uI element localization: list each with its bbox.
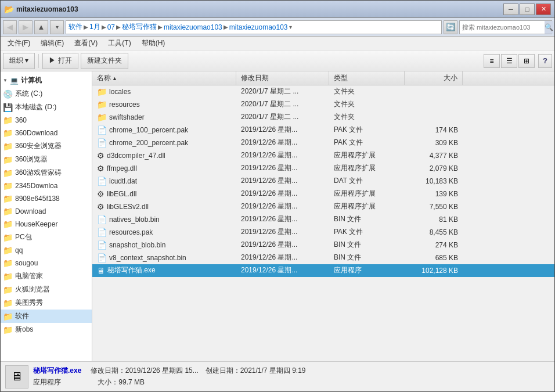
sidebar-item-local-d[interactable]: 💾 本地磁盘 (D:) (1, 100, 92, 114)
sidebar-item-sougou[interactable]: 📁 sougou (1, 257, 92, 269)
view-toggle-button[interactable]: ≡ (484, 54, 500, 68)
status-size: 大小：99.7 MB (63, 378, 145, 386)
file-date-cell: 2020/1/7 星期二 ... (236, 98, 329, 110)
maximize-button[interactable]: □ (520, 3, 535, 15)
sidebar-item-label: PC包 (15, 232, 32, 242)
status-text: 秘塔写作猫.exe 修改日期：2019/12/26 星期四 15... 创建日期… (33, 365, 550, 387)
breadcrumb-item[interactable]: 07 (107, 23, 115, 31)
table-row[interactable]: 📁 locales 2020/1/7 星期二 ... 文件夹 (92, 85, 554, 98)
table-row[interactable]: 📁 swiftshader 2020/1/7 星期二 ... 文件夹 (92, 111, 554, 124)
menu-view[interactable]: 查看(V) (70, 37, 102, 49)
table-row[interactable]: 📄 chrome_200_percent.pak 2019/12/26 星期..… (92, 136, 554, 149)
menu-file[interactable]: 文件(F) (3, 37, 35, 49)
col-header-size[interactable]: 大小 (405, 71, 463, 85)
view-list-button[interactable]: ☰ (501, 54, 517, 68)
col-header-date[interactable]: 修改日期 (236, 71, 329, 85)
address-bar-area: ◀ ▶ ▲ ▾ 软件 ▶ 1月 ▶ 07 ▶ 秘塔写作猫 ▶ mitaxiezu… (1, 18, 554, 37)
computer-icon: 💻 (10, 77, 19, 85)
breadcrumb-item[interactable]: 1月 (89, 22, 100, 32)
sidebar-item-2345[interactable]: 📁 2345Downloa (1, 179, 92, 192)
sidebar-item-pc-mgr[interactable]: 📁 电脑管家 (1, 269, 92, 283)
sidebar-item-label: 360Download (15, 129, 57, 137)
sidebar-item-system-c[interactable]: 💿 系统 (C:) (1, 87, 92, 100)
file-size-cell (405, 85, 463, 98)
file-type-cell: PAK 文件 (329, 226, 405, 238)
up-button[interactable]: ▲ (34, 20, 48, 34)
table-row[interactable]: 📄 snapshot_blob.bin 2019/12/26 星期... BIN… (92, 239, 554, 251)
sidebar-item-label: 美图秀秀 (15, 298, 43, 308)
sidebar-item-label: 系统 (C:) (15, 89, 42, 99)
breadcrumb-item[interactable]: mitaxiezuomao103 (164, 23, 222, 31)
breadcrumb-bar[interactable]: 软件 ▶ 1月 ▶ 07 ▶ 秘塔写作猫 ▶ mitaxiezuomao103 … (66, 20, 442, 34)
table-row[interactable]: 📄 chrome_100_percent.pak 2019/12/26 星期..… (92, 124, 554, 136)
breadcrumb-item[interactable]: 软件 (69, 22, 82, 32)
table-row[interactable]: ⚙ d3dcompiler_47.dll 2019/12/26 星期... 应用… (92, 149, 554, 162)
file-date-cell: 2019/12/26 星期... (236, 226, 329, 238)
file-name-cell: ⚙ d3dcompiler_47.dll (92, 149, 236, 161)
menu-help[interactable]: 帮助(H) (137, 37, 170, 49)
close-button[interactable]: ✕ (536, 3, 551, 15)
file-type-cell: 应用程序扩展 (329, 149, 405, 161)
title-bar-controls: ─ □ ✕ (503, 3, 551, 15)
file-date-cell: 2019/12/26 星期... (236, 124, 329, 136)
sidebar-item-8908e[interactable]: 📁 8908e645f138 (1, 192, 92, 205)
breadcrumb-item[interactable]: mitaxiezuomao103 (229, 23, 288, 31)
help-button[interactable]: ? (538, 54, 552, 68)
table-row[interactable]: 📄 v8_context_snapshot.bin 2019/12/26 星期.… (92, 251, 554, 264)
folder-icon: 📁 (3, 233, 13, 242)
table-row[interactable]: ⚙ libGLESv2.dll 2019/12/26 星期... 应用程序扩展 … (92, 200, 554, 213)
open-button[interactable]: ▶ 打开 (42, 53, 78, 69)
breadcrumb-item[interactable]: 秘塔写作猫 (122, 22, 157, 32)
table-row[interactable]: ⚙ libEGL.dll 2019/12/26 星期... 应用程序扩展 139… (92, 188, 554, 200)
back-button[interactable]: ◀ (3, 20, 17, 34)
folder-icon: 📁 (3, 220, 13, 229)
file-type-cell: BIN 文件 (329, 213, 405, 225)
file-icon: 📄 (97, 228, 107, 237)
sidebar-item-download[interactable]: 📁 Download (1, 205, 92, 218)
refresh-button[interactable]: 🔄 (444, 20, 457, 34)
sidebar-item-qq[interactable]: 📁 qq (1, 244, 92, 257)
column-header: 名称 ▲ 修改日期 类型 大小 (92, 71, 554, 85)
sidebar-item-360game[interactable]: 📁 360游戏管家碍 (1, 166, 92, 179)
new-folder-button[interactable]: 新建文件夹 (81, 53, 128, 69)
file-size-cell: 139 KB (405, 188, 463, 200)
open-label: ▶ 打开 (49, 56, 71, 66)
sidebar-item-newobs[interactable]: 📁 新obs (1, 323, 92, 336)
sidebar-item-pc-bag[interactable]: 📁 PC包 (1, 231, 92, 244)
sidebar-item-firefox[interactable]: 📁 火狐浏览器 (1, 283, 92, 296)
table-row[interactable]: ⚙ ffmpeg.dll 2019/12/26 星期... 应用程序扩展 2,0… (92, 162, 554, 175)
sidebar-item-360safe[interactable]: 📁 360安全浏览器 (1, 139, 92, 153)
table-row[interactable]: 🖥 秘塔写作猫.exe 2019/12/26 星期... 应用程序 102,12… (92, 264, 554, 277)
sidebar-section-header[interactable]: ▼ 💻 计算机 (1, 74, 92, 87)
sidebar-item-label: 新obs (15, 325, 33, 335)
minimize-button[interactable]: ─ (503, 3, 518, 15)
folder-icon: 📁 (3, 194, 13, 203)
sidebar-item-software[interactable]: 📁 软件 (1, 310, 92, 323)
table-row[interactable]: 📄 natives_blob.bin 2019/12/26 星期... BIN … (92, 213, 554, 226)
table-row[interactable]: 📁 resources 2020/1/7 星期二 ... 文件夹 (92, 98, 554, 111)
sidebar-item-label: 本地磁盘 (D:) (15, 102, 56, 112)
menu-edit[interactable]: 编辑(E) (36, 37, 69, 49)
recent-button[interactable]: ▾ (50, 20, 64, 34)
table-row[interactable]: 📄 icudtl.dat 2019/12/26 星期... DAT 文件 10,… (92, 175, 554, 188)
file-icon: ⚙ (97, 189, 104, 199)
file-size-cell (405, 111, 463, 123)
forward-button[interactable]: ▶ (19, 20, 33, 34)
menu-tools[interactable]: 工具(T) (103, 37, 135, 49)
sidebar-item-meitu[interactable]: 📁 美图秀秀 (1, 296, 92, 310)
organize-button[interactable]: 组织 ▾ (3, 53, 35, 69)
folder-icon: 📁 (3, 272, 13, 281)
file-icon: ⚙ (97, 151, 104, 160)
sidebar-item-housekeeper[interactable]: 📁 HouseKeeper (1, 218, 92, 231)
search-icon-button[interactable]: 🔍 (545, 21, 553, 34)
view-details-button[interactable]: ⊞ (518, 54, 535, 68)
sidebar-item-360[interactable]: 📁 360 (1, 114, 92, 127)
search-input[interactable] (460, 24, 545, 31)
table-row[interactable]: 📄 resources.pak 2019/12/26 星期... PAK 文件 … (92, 226, 554, 239)
col-header-name[interactable]: 名称 ▲ (92, 71, 236, 85)
file-date-cell: 2019/12/26 星期... (236, 200, 329, 213)
file-icon: 📄 (97, 240, 107, 250)
col-header-type[interactable]: 类型 (329, 71, 405, 85)
sidebar-item-360browser[interactable]: 📁 360浏览器 (1, 153, 92, 166)
sidebar-item-360download[interactable]: 📁 360Download (1, 127, 92, 139)
